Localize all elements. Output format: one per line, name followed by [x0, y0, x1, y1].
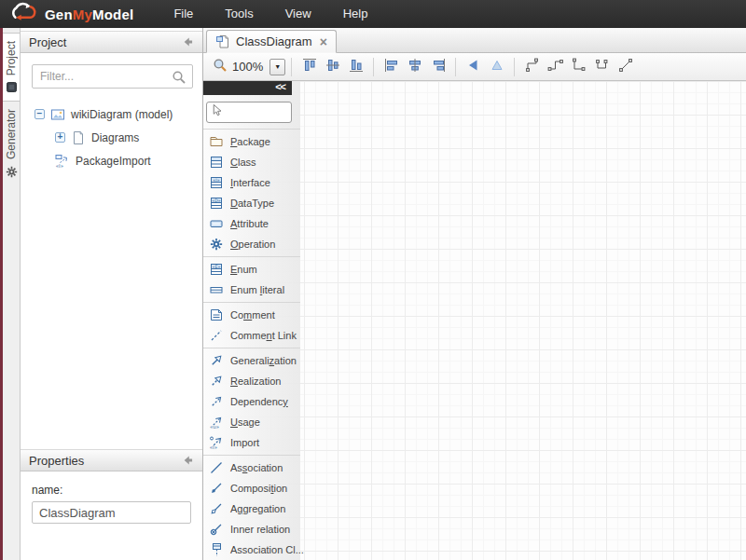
link-hook-icon: [594, 57, 611, 76]
chevron-down-icon: ▼: [274, 63, 281, 70]
palette-item-label: Enum: [230, 264, 257, 275]
tree-item-packageimport[interactable]: «I»PackageImport: [21, 149, 202, 172]
palette-item-label: DataType: [230, 198, 274, 209]
link-straight-button[interactable]: [614, 56, 637, 78]
link-hook-button[interactable]: [590, 56, 614, 78]
palette-item-comment-link[interactable]: Comment Link: [203, 325, 300, 346]
name-field-label: name:: [32, 484, 191, 497]
package-icon: [208, 134, 224, 150]
palette-item-generalization[interactable]: Generalization: [203, 350, 300, 371]
magnifier-icon: [213, 58, 228, 76]
palette-item-attribute[interactable]: Attribute: [203, 213, 300, 234]
association-class-icon: [208, 542, 224, 558]
palette-separator: [203, 256, 300, 257]
flip-up-button[interactable]: [485, 56, 508, 78]
palette-item-inner-relation[interactable]: Inner relation: [203, 519, 300, 540]
palette-item-label: Operation: [230, 239, 275, 250]
menu-tools[interactable]: Tools: [209, 0, 269, 28]
palette-item-enum-literal[interactable]: Enum literal: [203, 280, 300, 300]
name-field-input[interactable]: [32, 501, 191, 524]
align-top-button[interactable]: [297, 56, 321, 78]
palette-item-package[interactable]: Package: [203, 131, 300, 152]
properties-form: name:: [21, 471, 202, 524]
palette-item-datatype[interactable]: «D»DataType: [203, 193, 300, 213]
sidebar-tab-label: Generator: [5, 109, 18, 159]
palette-separator: [203, 348, 300, 348]
menu-help[interactable]: Help: [327, 0, 384, 28]
flip-left-button[interactable]: [462, 56, 485, 78]
palette-item-label: Interface: [230, 177, 270, 188]
diagram-file-icon: [71, 130, 86, 145]
palette-header: <<: [203, 81, 292, 95]
aggregation-icon: [208, 501, 224, 517]
palette-item-interface[interactable]: «I»Interface: [203, 172, 300, 193]
tree-item-label: Diagrams: [91, 131, 139, 144]
palette-item-usage[interactable]: «u»Usage: [203, 412, 300, 432]
align-middle-button[interactable]: [321, 56, 344, 78]
realization-icon: [208, 374, 224, 389]
tab-classdiagram[interactable]: ClassDiagram ×: [206, 30, 337, 53]
attribute-icon: [208, 216, 224, 232]
properties-panel: Properties name:: [21, 449, 202, 560]
sidebar-tab-generator[interactable]: Generator: [3, 102, 20, 186]
link-zigzag-button[interactable]: [544, 56, 567, 78]
generator-gear-icon: [6, 166, 18, 178]
palette-item-class[interactable]: Class: [203, 152, 300, 172]
svg-text:«I»: «I»: [213, 178, 219, 183]
palette-separator: [203, 302, 300, 303]
tree-item-wikidiagram-model[interactable]: −wikiDiagram (model): [21, 102, 202, 126]
collapse-left-icon[interactable]: [181, 454, 194, 467]
cursor-icon: [210, 103, 224, 121]
menu-file[interactable]: File: [158, 0, 209, 28]
svg-text:«I»: «I»: [56, 162, 63, 168]
project-icon: [7, 82, 17, 92]
menu-view[interactable]: View: [269, 0, 327, 28]
zoom-level: 100%: [232, 60, 263, 74]
palette-item-association-cl[interactable]: Association Cl...: [203, 540, 300, 560]
main-area: ClassDiagram × 100% ▼ << PackageClass«I»…: [203, 28, 746, 560]
link-corner-button[interactable]: [567, 56, 590, 78]
flip-up-icon: [489, 57, 505, 76]
palette-item-composition[interactable]: Composition: [203, 478, 300, 499]
tab-close-icon[interactable]: ×: [320, 35, 327, 48]
search-icon: [172, 70, 186, 89]
align-top-icon: [301, 57, 318, 76]
tree-item-diagrams[interactable]: +Diagrams: [21, 126, 202, 149]
align-center-button[interactable]: [403, 56, 426, 78]
tool-palette: << PackageClass«I»Interface«D»DataTypeAt…: [203, 81, 300, 560]
align-bottom-button[interactable]: [344, 56, 367, 78]
zoom-dropdown-button[interactable]: ▼: [269, 59, 285, 75]
palette-item-label: Package: [230, 136, 270, 147]
interface-icon: «I»: [208, 175, 224, 191]
app-logo[interactable]: GenMyModel: [0, 2, 133, 27]
link-elbow-button[interactable]: [520, 56, 544, 78]
app-logo-text: GenMyModel: [45, 7, 133, 22]
class-icon: [208, 155, 224, 171]
align-left-button[interactable]: [380, 56, 403, 78]
palette-item-association[interactable]: Association: [203, 458, 300, 478]
palette-item-import[interactable]: «I»Import: [203, 432, 300, 453]
palette-item-operation[interactable]: Operation: [203, 234, 300, 254]
palette-item-aggregation[interactable]: Aggregation: [203, 499, 300, 519]
left-rail: ProjectGenerator: [0, 28, 21, 560]
align-right-button[interactable]: [426, 56, 449, 78]
palette-item-comment[interactable]: Comment: [203, 305, 300, 325]
palette-item-label: Association Cl...: [230, 544, 304, 555]
filter-input[interactable]: [32, 64, 193, 89]
tree-expander-plus-icon[interactable]: +: [55, 132, 65, 143]
toolbar-separator: [514, 58, 515, 76]
dependency-icon: [208, 394, 224, 410]
selection-tool-button[interactable]: [206, 102, 292, 123]
flip-left-icon: [465, 57, 482, 76]
tree-expander-minus-icon[interactable]: −: [35, 109, 45, 119]
sidebar-tab-project[interactable]: Project: [3, 33, 20, 102]
comment-icon: [208, 307, 224, 323]
diagram-canvas[interactable]: << PackageClass«I»Interface«D»DataTypeAt…: [203, 81, 746, 560]
palette-item-dependency[interactable]: Dependency: [203, 391, 300, 412]
palette-item-label: Dependency: [230, 396, 288, 407]
palette-item-enum[interactable]: «E»Enum: [203, 259, 300, 280]
collapse-left-icon[interactable]: [181, 35, 194, 48]
palette-item-realization[interactable]: Realization: [203, 371, 300, 391]
collapse-palette-button[interactable]: <<: [275, 81, 285, 92]
genmymodel-cloud-icon: [8, 2, 40, 27]
